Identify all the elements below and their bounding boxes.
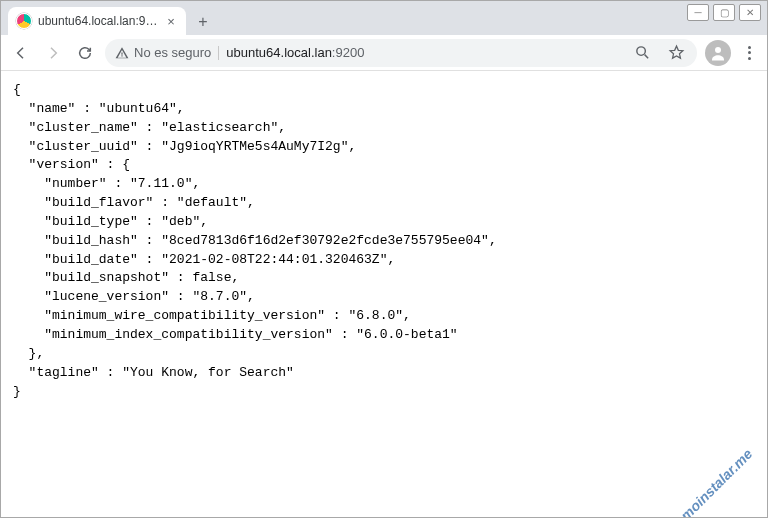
- elasticsearch-favicon: [16, 13, 32, 29]
- tab-strip: ubuntu64.local.lan:9200 × +: [1, 1, 767, 35]
- close-window-button[interactable]: ✕: [739, 4, 761, 21]
- toolbar: No es seguro ubuntu64.local.lan:9200: [1, 35, 767, 71]
- reload-button[interactable]: [73, 41, 97, 65]
- forward-button[interactable]: [41, 41, 65, 65]
- address-bar[interactable]: No es seguro ubuntu64.local.lan:9200: [105, 39, 697, 67]
- profile-avatar[interactable]: [705, 40, 731, 66]
- maximize-button[interactable]: ▢: [713, 4, 735, 21]
- warning-icon: [115, 46, 129, 60]
- url-text: ubuntu64.local.lan:9200: [226, 45, 364, 60]
- browser-tab[interactable]: ubuntu64.local.lan:9200 ×: [8, 7, 186, 35]
- close-tab-icon[interactable]: ×: [164, 14, 178, 28]
- back-button[interactable]: [9, 41, 33, 65]
- window-controls: ─ ▢ ✕: [687, 4, 761, 21]
- security-indicator[interactable]: No es seguro: [115, 45, 211, 60]
- svg-point-1: [715, 47, 721, 53]
- browser-menu-button[interactable]: [739, 46, 759, 60]
- search-icon[interactable]: [631, 42, 653, 64]
- svg-point-0: [636, 47, 645, 56]
- tab-title: ubuntu64.local.lan:9200: [38, 14, 158, 28]
- separator: [218, 46, 219, 60]
- new-tab-button[interactable]: +: [190, 9, 216, 35]
- bookmark-star-icon[interactable]: [665, 42, 687, 64]
- json-response-body: { "name" : "ubuntu64", "cluster_name" : …: [1, 71, 767, 517]
- person-icon: [709, 44, 727, 62]
- minimize-button[interactable]: ─: [687, 4, 709, 21]
- security-label: No es seguro: [134, 45, 211, 60]
